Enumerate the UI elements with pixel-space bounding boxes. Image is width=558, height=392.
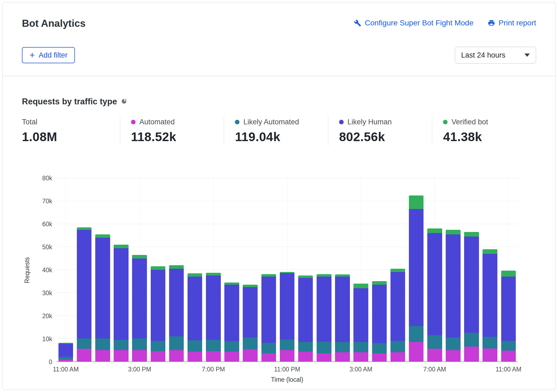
- bar-segment-verified-bot: [261, 274, 276, 276]
- traffic-type-legend: Total 1.08M Automated 118.52k Likely Aut…: [22, 116, 536, 146]
- bar-segment-likely-automated: [427, 335, 442, 349]
- stacked-bar[interactable]: [58, 178, 73, 361]
- stat-verified-bot-value: 41.38k: [443, 129, 536, 144]
- stat-verified-bot-label: Verified bot: [451, 118, 488, 126]
- stat-likely-human-value: 802.56k: [339, 129, 432, 144]
- bar-segment-automated: [151, 351, 166, 361]
- stacked-bar[interactable]: [317, 178, 331, 361]
- stacked-bar[interactable]: [501, 178, 516, 361]
- bar-segment-verified-bot: [335, 274, 350, 277]
- y-tick-label: 30k: [42, 290, 52, 297]
- section-title: Requests by traffic type: [22, 97, 117, 107]
- stat-total-value: 1.08M: [22, 129, 120, 144]
- bar-segment-automated: [464, 347, 479, 361]
- stacked-bar[interactable]: [482, 178, 497, 361]
- bar-segment-likely-human: [427, 233, 442, 335]
- add-filter-button[interactable]: + Add filter: [22, 47, 75, 63]
- requests-chart: Requests 010k20k30k40k50k60k70k80k 11:00…: [22, 178, 518, 383]
- stacked-bar[interactable]: [95, 178, 110, 361]
- stacked-bar[interactable]: [464, 178, 479, 361]
- verified-bot-legend-dot: [443, 120, 448, 124]
- bar-segment-automated: [58, 360, 73, 361]
- configure-super-bot-fight-mode-link[interactable]: Configure Super Bot Fight Mode: [354, 19, 474, 27]
- stacked-bar[interactable]: [372, 178, 387, 361]
- y-axis-title: Requests: [22, 178, 33, 362]
- bar-segment-verified-bot: [206, 273, 221, 275]
- bar-segment-automated: [77, 349, 92, 361]
- stacked-bar[interactable]: [409, 178, 424, 361]
- print-report-link[interactable]: Print report: [488, 19, 536, 27]
- bar-segment-likely-human: [206, 275, 221, 340]
- bar-segment-automated: [95, 350, 110, 361]
- stacked-bar[interactable]: [353, 178, 368, 361]
- stacked-bar[interactable]: [298, 178, 313, 361]
- print-link-label: Print report: [499, 19, 536, 27]
- stat-verified-bot[interactable]: Verified bot 41.38k: [432, 116, 536, 146]
- stat-automated[interactable]: Automated 118.52k: [120, 116, 224, 146]
- bar-segment-likely-automated: [58, 357, 73, 360]
- bar-segment-likely-automated: [298, 342, 313, 352]
- bar-segment-likely-automated: [501, 341, 516, 351]
- bar-segment-verified-bot: [132, 255, 147, 258]
- stat-automated-label: Automated: [139, 118, 175, 126]
- stat-total[interactable]: Total 1.08M: [22, 116, 120, 146]
- plot-area: [57, 178, 518, 362]
- bar-segment-likely-human: [77, 230, 92, 339]
- bar-segment-automated: [482, 348, 497, 361]
- stacked-bar[interactable]: [427, 178, 442, 361]
- bar-segment-verified-bot: [409, 195, 424, 209]
- bar-segment-automated: [169, 350, 184, 361]
- stacked-bar[interactable]: [243, 178, 258, 361]
- bar-segment-verified-bot: [427, 228, 442, 233]
- bar-segment-automated: [243, 349, 258, 361]
- stacked-bar[interactable]: [206, 178, 221, 361]
- bar-segment-automated: [409, 342, 424, 361]
- stacked-bar[interactable]: [188, 178, 202, 361]
- bar-segment-automated: [427, 349, 442, 361]
- bar-segment-likely-automated: [353, 342, 368, 352]
- bar-segment-verified-bot: [95, 234, 110, 238]
- time-range-select[interactable]: Last 24 hours: [455, 47, 536, 64]
- bar-segment-likely-automated: [464, 333, 479, 347]
- stacked-bar[interactable]: [335, 178, 350, 361]
- stacked-bar[interactable]: [151, 178, 166, 361]
- requests-section: Requests by traffic type Total 1.08M Aut…: [2, 76, 556, 146]
- y-tick-label: 20k: [42, 313, 52, 320]
- y-tick-label: 70k: [42, 198, 52, 205]
- bar-segment-verified-bot: [298, 275, 313, 278]
- bar-segment-likely-automated: [372, 343, 387, 353]
- stat-likely-automated[interactable]: Likely Automated 119.04k: [224, 116, 328, 146]
- stacked-bar[interactable]: [390, 178, 405, 361]
- bar-segment-verified-bot: [188, 273, 202, 277]
- bar-segment-verified-bot: [151, 266, 166, 270]
- bar-segment-verified-bot: [169, 265, 184, 269]
- bar-segment-likely-automated: [132, 338, 147, 350]
- stacked-bar[interactable]: [224, 178, 239, 361]
- bar-segment-likely-human: [261, 277, 276, 343]
- bar-segment-verified-bot: [446, 230, 461, 234]
- stacked-bar[interactable]: [261, 178, 276, 361]
- bot-analytics-card: Bot Analytics Configure Super Bot Fight …: [2, 2, 556, 390]
- stacked-bar[interactable]: [132, 178, 147, 361]
- x-axis-ticks: 11:00 AM3:00 PM7:00 PM11:00 PM3:00 AM7:0…: [57, 362, 518, 374]
- stat-likely-human[interactable]: Likely Human 802.56k: [328, 116, 432, 146]
- bar-segment-verified-bot: [482, 249, 497, 254]
- stacked-bar[interactable]: [114, 178, 129, 361]
- stacked-bar[interactable]: [77, 178, 92, 361]
- stacked-bar[interactable]: [280, 178, 295, 361]
- bar-segment-likely-human: [58, 344, 73, 357]
- bar-segment-automated: [317, 353, 331, 362]
- bar-segment-automated: [224, 352, 239, 361]
- automated-legend-dot: [131, 120, 136, 124]
- bar-segment-automated: [132, 350, 147, 361]
- bar-segment-verified-bot: [114, 245, 129, 248]
- page-title: Bot Analytics: [22, 18, 86, 29]
- bar-segment-verified-bot: [224, 283, 239, 285]
- bar-segment-likely-human: [409, 209, 424, 326]
- bar-segment-likely-automated: [206, 340, 221, 351]
- stacked-bar[interactable]: [169, 178, 184, 361]
- stacked-bar[interactable]: [446, 178, 461, 361]
- bar-segment-automated: [335, 352, 350, 361]
- y-tick-label: 60k: [42, 221, 52, 228]
- header: Bot Analytics Configure Super Bot Fight …: [2, 2, 556, 64]
